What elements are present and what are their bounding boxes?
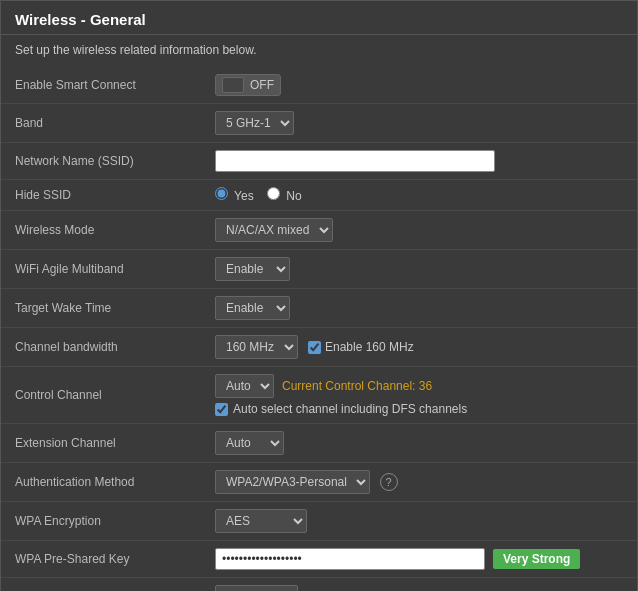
- auth-method-row: Authentication Method Open WPA2-Personal…: [1, 463, 637, 502]
- toggle-knob: [222, 77, 244, 93]
- extension-channel-label: Extension Channel: [1, 424, 201, 463]
- enable-160-label[interactable]: Enable 160 MHz: [308, 340, 414, 354]
- control-channel-select[interactable]: Auto 36 40 44 48: [215, 374, 274, 398]
- extension-channel-select[interactable]: Auto Above Below: [215, 431, 284, 455]
- psk-row: WPA Pre-Shared Key Very Strong: [1, 541, 637, 578]
- target-wake-label: Target Wake Time: [1, 289, 201, 328]
- dfs-text: Auto select channel including DFS channe…: [233, 402, 467, 416]
- wifi-agile-label: WiFi Agile Multiband: [1, 250, 201, 289]
- control-channel-label: Control Channel: [1, 367, 201, 424]
- hide-ssid-no-radio[interactable]: [267, 187, 280, 200]
- wpa-encryption-select[interactable]: AES TKIP TKIP+AES: [215, 509, 307, 533]
- wireless-mode-select[interactable]: N/AC/AX mixed Auto N only AC only: [215, 218, 333, 242]
- page-container: Wireless - General Set up the wireless r…: [0, 0, 638, 591]
- hide-ssid-yes-label[interactable]: Yes: [215, 189, 257, 203]
- wpa-encryption-label: WPA Encryption: [1, 502, 201, 541]
- pmf-label: Protected Management Frames: [1, 578, 201, 592]
- psk-input[interactable]: [215, 548, 485, 570]
- target-wake-select[interactable]: Enable Disable: [215, 296, 290, 320]
- target-wake-row: Target Wake Time Enable Disable: [1, 289, 637, 328]
- wifi-agile-select[interactable]: Enable Disable: [215, 257, 290, 281]
- band-label: Band: [1, 104, 201, 143]
- ssid-input[interactable]: [215, 150, 495, 172]
- enable-160-checkbox[interactable]: [308, 341, 321, 354]
- wireless-mode-row: Wireless Mode N/AC/AX mixed Auto N only …: [1, 211, 637, 250]
- extension-channel-row: Extension Channel Auto Above Below: [1, 424, 637, 463]
- dfs-label[interactable]: Auto select channel including DFS channe…: [215, 402, 467, 416]
- ssid-row: Network Name (SSID): [1, 143, 637, 180]
- hide-ssid-no-label[interactable]: No: [267, 189, 302, 203]
- enable-smart-connect-row: Enable Smart Connect OFF: [1, 67, 637, 104]
- settings-table: Enable Smart Connect OFF Band 2.4 GHz 5 …: [1, 67, 637, 591]
- toggle-state: OFF: [250, 78, 274, 92]
- strength-badge: Very Strong: [493, 549, 580, 569]
- hide-ssid-row: Hide SSID Yes No: [1, 180, 637, 211]
- pmf-row: Protected Management Frames Disable Capa…: [1, 578, 637, 592]
- psk-label: WPA Pre-Shared Key: [1, 541, 201, 578]
- enable-smart-connect-label: Enable Smart Connect: [1, 67, 201, 104]
- page-title: Wireless - General: [1, 1, 637, 35]
- ssid-label: Network Name (SSID): [1, 143, 201, 180]
- auth-method-label: Authentication Method: [1, 463, 201, 502]
- channel-bandwidth-label: Channel bandwidth: [1, 328, 201, 367]
- page-subtitle: Set up the wireless related information …: [1, 35, 637, 67]
- dfs-checkbox[interactable]: [215, 403, 228, 416]
- auth-method-select[interactable]: Open WPA2-Personal WPA2/WPA3-Personal WP…: [215, 470, 370, 494]
- hide-ssid-yes-radio[interactable]: [215, 187, 228, 200]
- band-select[interactable]: 2.4 GHz 5 GHz-1 5 GHz-2 6 GHz: [215, 111, 294, 135]
- smart-connect-toggle[interactable]: OFF: [215, 74, 281, 96]
- band-row: Band 2.4 GHz 5 GHz-1 5 GHz-2 6 GHz: [1, 104, 637, 143]
- pmf-select[interactable]: Disable Capable Required: [215, 585, 298, 591]
- channel-bandwidth-row: Channel bandwidth 20 MHz 40 MHz 80 MHz 1…: [1, 328, 637, 367]
- hide-ssid-label: Hide SSID: [1, 180, 201, 211]
- wireless-mode-label: Wireless Mode: [1, 211, 201, 250]
- auth-help-icon[interactable]: ?: [380, 473, 398, 491]
- wifi-agile-row: WiFi Agile Multiband Enable Disable: [1, 250, 637, 289]
- channel-bandwidth-select[interactable]: 20 MHz 40 MHz 80 MHz 160 MHz: [215, 335, 298, 359]
- enable-160-text: Enable 160 MHz: [325, 340, 414, 354]
- current-channel-info: Current Control Channel: 36: [282, 379, 432, 393]
- control-channel-row: Control Channel Auto 36 40 44 48 Current…: [1, 367, 637, 424]
- wpa-encryption-row: WPA Encryption AES TKIP TKIP+AES: [1, 502, 637, 541]
